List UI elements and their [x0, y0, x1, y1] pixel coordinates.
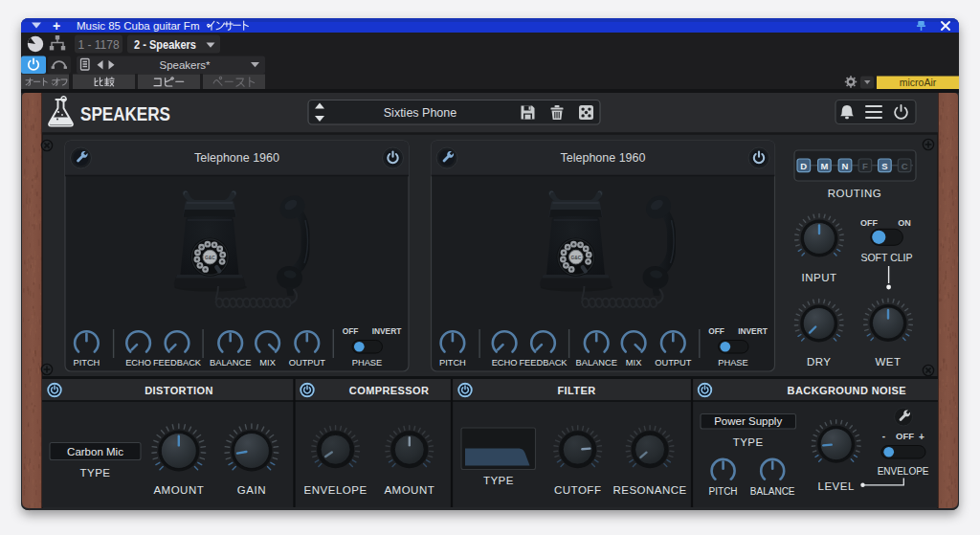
svg-text:SPEAKERS: SPEAKERS	[80, 103, 170, 124]
svg-text:LEVEL: LEVEL	[818, 480, 855, 492]
svg-text:PITCH: PITCH	[439, 358, 466, 368]
svg-text:ECHO: ECHO	[125, 358, 151, 368]
svg-text:INVERT: INVERT	[738, 326, 768, 336]
svg-text:PITCH: PITCH	[709, 486, 738, 497]
svg-text:OFF: OFF	[343, 326, 359, 336]
svg-text:Speakers*: Speakers*	[159, 59, 211, 71]
svg-text:TYPE: TYPE	[79, 467, 110, 479]
svg-text:INPUT: INPUT	[802, 272, 837, 283]
svg-text:BALANCE: BALANCE	[210, 358, 251, 368]
svg-text:2 - Speakers: 2 - Speakers	[134, 38, 196, 52]
svg-text:OUTPUT: OUTPUT	[655, 358, 692, 368]
svg-text:OFF: OFF	[860, 218, 878, 228]
svg-text:PHASE: PHASE	[352, 358, 383, 368]
svg-text:TYPE: TYPE	[733, 436, 764, 448]
svg-text:AMOUNT: AMOUNT	[153, 484, 204, 496]
svg-text:microAir: microAir	[900, 77, 937, 88]
svg-text:Carbon Mic: Carbon Mic	[67, 446, 123, 457]
svg-text:D: D	[800, 161, 807, 171]
svg-text:Music 85 Cuba guitar Fm: Music 85 Cuba guitar Fm	[77, 20, 199, 32]
svg-text:CUTOFF: CUTOFF	[554, 484, 601, 496]
svg-text:OFF: OFF	[708, 326, 724, 336]
svg-text:OUTPUT: OUTPUT	[289, 358, 326, 368]
svg-text:DRY: DRY	[807, 356, 832, 368]
svg-text:G&C: G&C	[570, 256, 581, 260]
svg-text:PITCH: PITCH	[73, 358, 100, 368]
svg-text:FILTER: FILTER	[557, 385, 595, 396]
svg-text:Power Supply: Power Supply	[714, 415, 782, 427]
svg-text:FEEDBACK: FEEDBACK	[153, 358, 202, 368]
svg-text:ON: ON	[898, 218, 911, 228]
svg-text:RESONANCE: RESONANCE	[612, 484, 686, 496]
svg-text:GAIN: GAIN	[237, 484, 266, 496]
svg-text:F: F	[862, 161, 868, 171]
svg-text:N: N	[842, 161, 849, 171]
svg-text:BACKGROUND NOISE: BACKGROUND NOISE	[788, 385, 906, 396]
svg-text:ENVELOPE: ENVELOPE	[878, 466, 929, 477]
svg-text:MIX: MIX	[626, 358, 642, 368]
svg-text:M: M	[820, 161, 828, 171]
svg-text:AMOUNT: AMOUNT	[384, 484, 434, 496]
svg-text:FEEDBACK: FEEDBACK	[519, 358, 568, 368]
svg-text:WET: WET	[875, 356, 901, 368]
svg-text:G&C: G&C	[205, 256, 215, 260]
svg-text:ECHO: ECHO	[492, 358, 518, 368]
svg-text:DISTORTION: DISTORTION	[145, 385, 213, 396]
svg-text:1 - 1178: 1 - 1178	[78, 38, 119, 52]
svg-text:C: C	[902, 161, 908, 171]
svg-text:TYPE: TYPE	[483, 475, 514, 486]
svg-text:SOFT CLIP: SOFT CLIP	[860, 252, 912, 263]
svg-text:BALANCE: BALANCE	[750, 486, 795, 497]
svg-text:Telephone 1960: Telephone 1960	[194, 151, 279, 165]
svg-text:ENVELOPE: ENVELOPE	[304, 484, 368, 496]
svg-text:Sixties Phone: Sixties Phone	[384, 106, 457, 120]
svg-text:OFF: OFF	[896, 431, 914, 441]
svg-text:Telephone 1960: Telephone 1960	[561, 151, 646, 165]
svg-text:BALANCE: BALANCE	[575, 358, 616, 368]
svg-text:PHASE: PHASE	[718, 358, 748, 368]
svg-text:MIX: MIX	[259, 358, 276, 368]
svg-text:INVERT: INVERT	[372, 326, 403, 336]
svg-text:ROUTING: ROUTING	[828, 188, 882, 199]
svg-text:S: S	[881, 161, 887, 171]
svg-text:-: -	[882, 431, 885, 441]
svg-text:+: +	[53, 18, 60, 33]
svg-text:+: +	[919, 432, 924, 442]
svg-text:COMPRESSOR: COMPRESSOR	[349, 385, 429, 396]
